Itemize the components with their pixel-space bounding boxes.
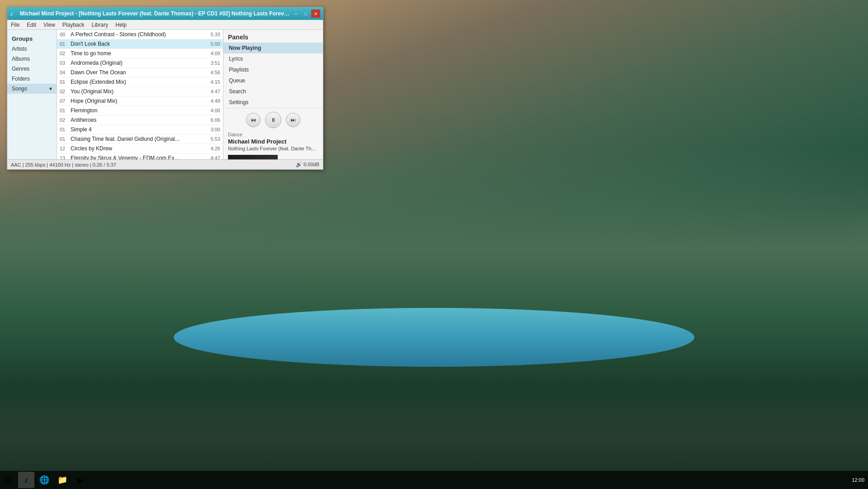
- nav-genres[interactable]: Genres: [7, 64, 57, 74]
- app-icon: ♪: [10, 10, 17, 17]
- volume-db: 🔊 0.00dB: [296, 162, 319, 168]
- taskbar-icon-browser[interactable]: 🌐: [36, 472, 52, 488]
- taskbar-icon-extra[interactable]: ▶: [72, 472, 89, 488]
- album-art: MICHAEL MIND PROJECT: [228, 155, 278, 159]
- taskbar-icons: ♪ 🌐 📁 ▶: [18, 472, 89, 488]
- window-title: Michael Mind Project - [Nothing Lasts Fo…: [20, 10, 291, 17]
- genre-label: Dance: [228, 132, 318, 137]
- artist-name: Michael Mind Project: [228, 138, 318, 145]
- table-row[interactable]: 12 Circles by KDrew 4:26: [57, 144, 223, 153]
- panel-lyrics[interactable]: Lyrics: [223, 53, 323, 64]
- next-button[interactable]: ⏭: [286, 113, 300, 127]
- status-bar: AAC | 255 kbps | 44100 Hz | stereo | 0:2…: [7, 159, 323, 169]
- table-row[interactable]: 02 You (Original Mix) 4:47: [57, 87, 223, 96]
- nav-songs[interactable]: Songs ▾: [7, 84, 57, 94]
- prev-button[interactable]: ⏮: [246, 113, 261, 127]
- nav-artists[interactable]: Artists: [7, 44, 57, 54]
- close-button[interactable]: ✕: [311, 10, 320, 18]
- menu-view[interactable]: View: [40, 21, 59, 29]
- now-playing-content: ⏮ ⏸ ⏭ Dance Michael Mind Project Nothing…: [223, 108, 323, 159]
- taskbar-icon-music[interactable]: ♪: [18, 472, 34, 488]
- table-row[interactable]: 03 Andromeda (Original) 3:51: [57, 58, 223, 68]
- table-row[interactable]: 02 Antiheroes 6:06: [57, 115, 223, 125]
- taskbar: ⊞ ♪ 🌐 📁 ▶ 12:00: [0, 471, 868, 489]
- player-window: ♪ Michael Mind Project - [Nothing Lasts …: [7, 7, 323, 170]
- menu-bar: File Edit View Playback Library Help: [7, 20, 323, 30]
- panels-title: Panels: [223, 30, 323, 43]
- table-row[interactable]: 07 Hope (Original Mix) 4:49: [57, 96, 223, 106]
- table-row[interactable]: 01 Chasing Time feat. Daniel Gidlund (Or…: [57, 134, 223, 144]
- maximize-button[interactable]: □: [301, 10, 310, 18]
- minimize-button[interactable]: ─: [291, 10, 300, 18]
- table-row[interactable]: 04 Dawn Over The Ocean 4:56: [57, 68, 223, 77]
- table-row[interactable]: 13 Eternity by Skrux & Venemy - EDM.com …: [57, 153, 223, 159]
- panel-search[interactable]: Search: [223, 86, 323, 97]
- table-row[interactable]: 01 Simple 4 3:00: [57, 125, 223, 134]
- main-content: Groups Artists Albums Genres Folders Son…: [7, 30, 323, 159]
- panel-playlists[interactable]: Playlists: [223, 64, 323, 75]
- window-controls: ─ □ ✕: [291, 10, 320, 18]
- menu-file[interactable]: File: [7, 21, 23, 29]
- nav-sidebar: Groups Artists Albums Genres Folders Son…: [7, 30, 57, 159]
- taskbar-icon-folder[interactable]: 📁: [54, 472, 71, 488]
- album-art-inner: MICHAEL MIND PROJECT: [228, 155, 278, 159]
- nav-folders[interactable]: Folders: [7, 74, 57, 84]
- status-info: AAC | 255 kbps | 44100 Hz | stereo | 0:2…: [11, 162, 116, 168]
- table-row[interactable]: 01 Don't Look Back 5:00: [57, 39, 223, 49]
- panel-now-playing[interactable]: Now Playing: [223, 43, 323, 53]
- groups-label: Groups: [7, 34, 57, 44]
- menu-playback[interactable]: Playback: [59, 21, 88, 29]
- table-row[interactable]: 02 Time to go home 4:09: [57, 49, 223, 58]
- title-bar: ♪ Michael Mind Project - [Nothing Lasts …: [7, 7, 323, 20]
- taskbar-time: 12:00: [852, 477, 864, 483]
- song-title: Nothing Lasts Forever (feat. Dante Th...: [228, 146, 318, 151]
- table-row[interactable]: 00 A Perfect Contrast - Stories (Childho…: [57, 30, 223, 39]
- track-list[interactable]: 00 A Perfect Contrast - Stories (Childho…: [57, 30, 223, 159]
- desktop-lake: [174, 308, 694, 367]
- panel-settings[interactable]: Settings: [223, 97, 323, 108]
- table-row[interactable]: 01 Eclipse (Extended Mix) 4:15: [57, 77, 223, 87]
- start-button[interactable]: ⊞: [0, 472, 16, 488]
- panel-queue[interactable]: Queue: [223, 75, 323, 86]
- transport-controls: ⏮ ⏸ ⏭: [228, 112, 318, 128]
- pause-button[interactable]: ⏸: [265, 112, 281, 128]
- chevron-down-icon: ▾: [49, 86, 52, 92]
- table-row[interactable]: 01 Flemington 4:00: [57, 106, 223, 115]
- menu-library[interactable]: Library: [88, 21, 112, 29]
- right-panel: Panels Now Playing Lyrics Playlists Queu…: [223, 30, 323, 159]
- menu-help[interactable]: Help: [112, 21, 130, 29]
- nav-albums[interactable]: Albums: [7, 54, 57, 64]
- menu-edit[interactable]: Edit: [23, 21, 40, 29]
